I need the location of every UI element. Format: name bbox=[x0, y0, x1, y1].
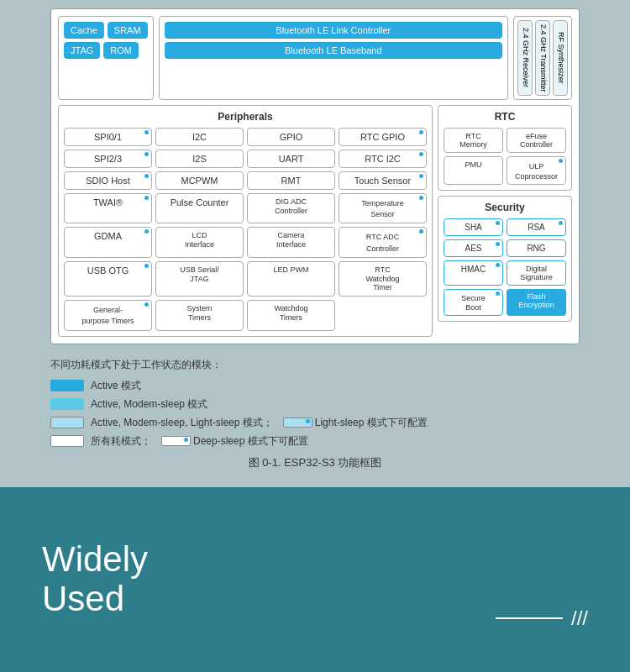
bottom-line1: Widely bbox=[42, 540, 148, 579]
rtc-adc-btn: RTC ADCController bbox=[339, 227, 427, 257]
legend-item-active: Active 模式 bbox=[50, 379, 580, 393]
rom-btn: ROM bbox=[103, 42, 139, 59]
legend-label-deep-extra: Deep-sleep 模式下可配置 bbox=[161, 434, 308, 449]
bottom-line2: Used bbox=[42, 580, 148, 618]
empty-cell bbox=[339, 300, 427, 330]
security-grid: SHA RSA AES RNG HMAC DigitalSignature Se… bbox=[444, 218, 566, 316]
usb-serial-btn: USB Serial/JTAG bbox=[155, 261, 244, 297]
secure-boot-btn: SecureBoot bbox=[444, 289, 503, 316]
gdma-btn: GDMA bbox=[64, 227, 152, 257]
rf-receiver: 2.4 GHz Receiver bbox=[517, 20, 533, 96]
security-title: Security bbox=[444, 202, 566, 213]
rf-transmitter: 2.4 GHz Transmitter bbox=[535, 20, 550, 96]
rtc-i2c-btn: RTC I2C bbox=[339, 150, 427, 168]
hmac-btn: HMAC bbox=[444, 260, 503, 286]
mcpwm-btn: MCPWM bbox=[155, 171, 244, 190]
rng-btn: RNG bbox=[507, 239, 566, 257]
i2s-btn: I2S bbox=[155, 150, 244, 168]
rf-synthesizer: RF Synthesizer bbox=[553, 20, 568, 96]
peripherals-grid: SPI0/1 I2C GPIO RTC GPIO SPI2/3 I2S UART… bbox=[64, 128, 427, 331]
jtag-btn: JTAG bbox=[64, 42, 100, 59]
pulse-counter-btn: Pulse Counter bbox=[155, 193, 244, 223]
dig-adc-btn: DIG ADCController bbox=[247, 193, 335, 223]
uart-btn: UART bbox=[247, 150, 335, 168]
rtc-grid: RTCMemory eFuseController PMU ULPCoproce… bbox=[444, 128, 566, 185]
bottom-line-decoration bbox=[496, 617, 563, 619]
legend-section: 不同功耗模式下处于工作状态的模块： Active 模式 Active, Mode… bbox=[0, 344, 630, 487]
legend-box-outline bbox=[50, 435, 84, 447]
spi23-btn: SPI2/3 bbox=[64, 150, 152, 168]
efuse-btn: eFuseController bbox=[507, 128, 566, 153]
i2c-btn: I2C bbox=[155, 128, 244, 146]
rtc-box: RTC RTCMemory eFuseController PMU ULPCop… bbox=[438, 105, 572, 191]
bottom-text: Widely Used bbox=[42, 540, 148, 617]
figure-caption: 图 0-1. ESP32-S3 功能框图 bbox=[50, 455, 580, 479]
rtc-security-col: RTC RTCMemory eFuseController PMU ULPCop… bbox=[438, 105, 572, 337]
rf-group: 2.4 GHz Receiver 2.4 GHz Transmitter RF … bbox=[513, 16, 572, 100]
legend-label-active: Active 模式 bbox=[91, 379, 141, 393]
sha-btn: SHA bbox=[444, 218, 503, 236]
flash-enc-btn: FlashEncryption bbox=[507, 289, 566, 316]
gp-timers-btn: General-purpose Timers bbox=[64, 300, 152, 330]
legend-box-medium bbox=[50, 398, 84, 410]
camera-btn: CameraInterface bbox=[247, 227, 335, 257]
spi01-btn: SPI0/1 bbox=[64, 128, 152, 146]
legend-label-light-extra: Light-sleep 模式下可配置 bbox=[283, 416, 428, 430]
legend-box-dark bbox=[50, 380, 84, 391]
legend-item-modem: Active, Modem-sleep 模式 bbox=[50, 397, 580, 412]
ble-group: Bluetooth LE Link Controller Bluetooth L… bbox=[159, 16, 508, 100]
ulp-btn: ULPCoprocessor bbox=[507, 156, 566, 185]
legend-item-deep: 所有耗模式； Deep-sleep 模式下可配置 bbox=[50, 434, 580, 449]
esp32-diagram: Cache SRAM JTAG ROM Bluetooth LE Link Co… bbox=[50, 8, 580, 344]
twai-btn: TWAI® bbox=[64, 193, 152, 223]
aes-btn: AES bbox=[444, 239, 503, 257]
sram-btn: SRAM bbox=[108, 22, 148, 39]
led-pwm-btn: LED PWM bbox=[247, 261, 335, 297]
temp-sensor-btn: TemperatureSensor bbox=[339, 193, 427, 223]
rtc-title: RTC bbox=[444, 111, 566, 123]
ble-baseband-btn: Bluetooth LE Baseband bbox=[165, 42, 502, 59]
dig-sig-btn: DigitalSignature bbox=[507, 260, 566, 286]
legend-item-light: Active, Modem-sleep, Light-sleep 模式； Lig… bbox=[50, 416, 580, 430]
touch-sensor-btn: Touch Sensor bbox=[339, 171, 427, 190]
rtc-gpio-btn: RTC GPIO bbox=[339, 128, 427, 146]
gpio-btn: GPIO bbox=[247, 128, 335, 146]
legend-label-modem: Active, Modem-sleep 模式 bbox=[91, 397, 207, 412]
ble-link-btn: Bluetooth LE Link Controller bbox=[165, 22, 502, 39]
lcd-btn: LCDInterface bbox=[155, 227, 244, 257]
rsa-btn: RSA bbox=[507, 218, 566, 236]
rtc-watchdog-btn: RTCWatchdogTimer bbox=[339, 261, 427, 297]
peripherals-title: Peripherals bbox=[64, 111, 427, 123]
legend-box-light bbox=[50, 417, 84, 428]
bottom-slash: /// bbox=[571, 606, 588, 630]
pmu-btn: PMU bbox=[444, 156, 503, 185]
cpu-group: Cache SRAM JTAG ROM bbox=[58, 16, 154, 100]
watchdog-btn: WatchdogTimers bbox=[247, 300, 335, 330]
sdio-host-btn: SDIO Host bbox=[64, 171, 152, 190]
usb-otg-btn: USB OTG bbox=[64, 261, 152, 297]
bottom-section: Widely Used /// bbox=[0, 487, 630, 672]
rtc-memory-btn: RTCMemory bbox=[444, 128, 503, 153]
cache-btn: Cache bbox=[64, 22, 104, 39]
legend-label-light: Active, Modem-sleep, Light-sleep 模式； bbox=[91, 416, 273, 430]
rmt-btn: RMT bbox=[247, 171, 335, 190]
sys-timers-btn: SystemTimers bbox=[155, 300, 244, 330]
top-row: Cache SRAM JTAG ROM Bluetooth LE Link Co… bbox=[58, 16, 572, 100]
legend-label-deep: 所有耗模式； bbox=[91, 434, 151, 449]
legend-title: 不同功耗模式下处于工作状态的模块： bbox=[50, 358, 580, 372]
security-box: Security SHA RSA AES RNG HMAC DigitalSig… bbox=[438, 196, 572, 322]
middle-row: Peripherals SPI0/1 I2C GPIO RTC GPIO SPI… bbox=[58, 105, 572, 337]
peripherals-box: Peripherals SPI0/1 I2C GPIO RTC GPIO SPI… bbox=[58, 105, 433, 337]
bottom-decoration: /// bbox=[496, 606, 588, 630]
